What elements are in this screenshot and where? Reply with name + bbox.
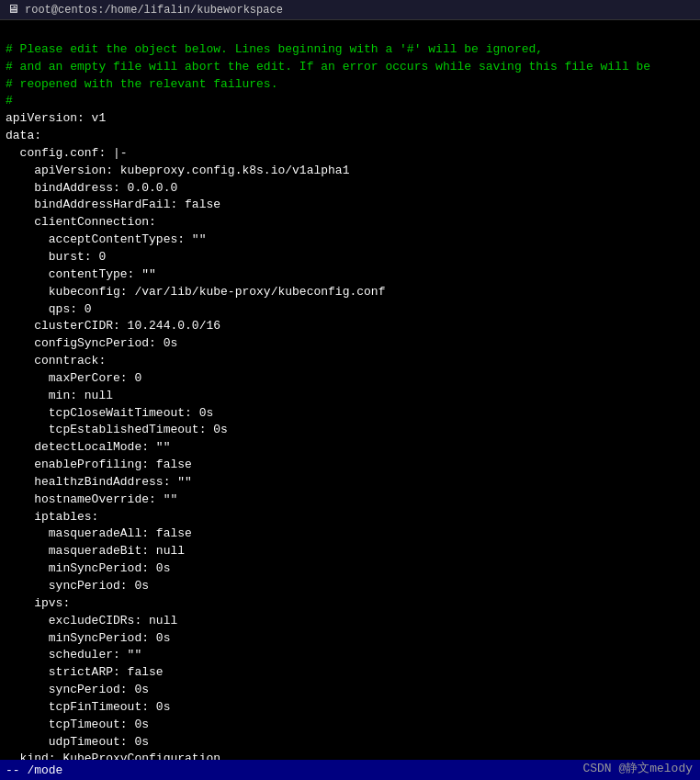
editor-line: configSyncPeriod: 0s bbox=[6, 335, 694, 353]
editor-area: # Please edit the object below. Lines be… bbox=[0, 20, 700, 780]
editor-line: apiVersion: kubeproxy.config.k8s.io/v1al… bbox=[6, 163, 694, 180]
editor-line: apiVersion: v1 bbox=[6, 110, 694, 128]
editor-line: syncPeriod: 0s bbox=[6, 578, 694, 595]
editor-line: enableProfiling: false bbox=[6, 457, 694, 474]
editor-line: config.conf: |- bbox=[6, 145, 694, 163]
editor-line: contentType: "" bbox=[6, 266, 694, 284]
editor-line: masqueradeBit: null bbox=[6, 543, 694, 560]
editor-line: burst: 0 bbox=[6, 249, 694, 266]
editor-line: syncPeriod: 0s bbox=[6, 682, 694, 699]
editor-line: # reopened with the relevant failures. bbox=[6, 76, 694, 94]
editor-line: strictARP: false bbox=[6, 664, 694, 682]
editor-line: detectLocalMode: "" bbox=[6, 439, 694, 457]
title-icon: 🖥 bbox=[7, 3, 19, 17]
editor-line: minSyncPeriod: 0s bbox=[6, 560, 694, 578]
title-bar: 🖥 root@centos:/home/lifalin/kubeworkspac… bbox=[0, 0, 700, 20]
editor-line: bindAddressHardFail: false bbox=[6, 197, 694, 214]
editor-line: qps: 0 bbox=[6, 301, 694, 319]
editor-line: min: null bbox=[6, 388, 694, 405]
editor-line: clusterCIDR: 10.244.0.0/16 bbox=[6, 318, 694, 335]
editor-line: scheduler: "" bbox=[6, 647, 694, 664]
editor-line: excludeCIDRs: null bbox=[6, 613, 694, 630]
editor-line: data: bbox=[6, 128, 694, 145]
editor-line: masqueradeAll: false bbox=[6, 526, 694, 543]
editor-line: healthzBindAddress: "" bbox=[6, 474, 694, 492]
title-text: root@centos:/home/lifalin/kubeworkspace bbox=[25, 4, 283, 17]
editor-line: udpTimeout: 0s bbox=[6, 734, 694, 752]
editor-line: tcpCloseWaitTimeout: 0s bbox=[6, 405, 694, 423]
editor-line: clientConnection: bbox=[6, 214, 694, 232]
editor-line: tcpTimeout: 0s bbox=[6, 717, 694, 734]
editor-line: # Please edit the object below. Lines be… bbox=[6, 41, 694, 59]
editor-line: conntrack: bbox=[6, 353, 694, 370]
editor-line: maxPerCore: 0 bbox=[6, 370, 694, 388]
editor-line: iptables: bbox=[6, 509, 694, 526]
editor-line: # and an empty file will abort the edit.… bbox=[6, 59, 694, 76]
editor-line: bindAddress: 0.0.0.0 bbox=[6, 180, 694, 198]
editor-line: minSyncPeriod: 0s bbox=[6, 630, 694, 648]
editor-line: hostnameOverride: "" bbox=[6, 492, 694, 509]
editor-line: # bbox=[6, 93, 694, 110]
editor-line: tcpEstablishedTimeout: 0s bbox=[6, 422, 694, 439]
editor-line: ipvs: bbox=[6, 595, 694, 613]
editor-line: kubeconfig: /var/lib/kube-proxy/kubeconf… bbox=[6, 284, 694, 301]
watermark: CSDN @静文melody bbox=[582, 760, 693, 776]
editor-line: acceptContentTypes: "" bbox=[6, 232, 694, 249]
editor-line: tcpFinTimeout: 0s bbox=[6, 699, 694, 717]
status-text: -- /mode bbox=[6, 763, 62, 777]
